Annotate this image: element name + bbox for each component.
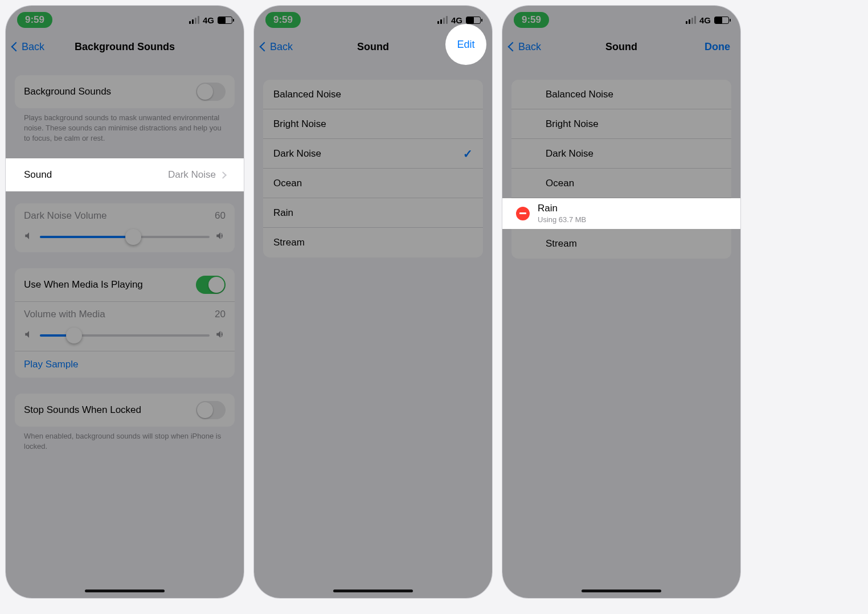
bg-toggle-description: Plays background sounds to mask unwanted… — [15, 108, 235, 144]
sound-option-edit[interactable]: Dark Noise — [511, 139, 731, 169]
media-vol-label: Volume with Media — [24, 309, 105, 320]
media-toggle-label: Use When Media Is Playing — [24, 279, 143, 290]
chevron-left-icon — [260, 42, 269, 52]
use-when-media-row[interactable]: Use When Media Is Playing — [15, 268, 235, 301]
status-time-pill: 9:59 — [514, 12, 549, 28]
back-label: Back — [270, 41, 293, 53]
rain-label: Rain — [538, 203, 586, 214]
screen-sound-list: 9:59 4G Back Sound Edit Balanced NoiseBr… — [254, 6, 492, 598]
page-title: Background Sounds — [75, 41, 175, 53]
sound-option-edit[interactable]: Stream — [511, 229, 731, 259]
sound-option-edit[interactable]: Bright Noise — [511, 109, 731, 139]
back-button[interactable]: Back — [509, 41, 541, 53]
home-indicator[interactable] — [333, 590, 413, 592]
done-button[interactable]: Done — [705, 41, 730, 53]
signal-icon — [189, 16, 199, 24]
nav-bar: Back Background Sounds — [6, 34, 244, 59]
speaker-high-icon — [215, 329, 226, 342]
sound-option-edit[interactable]: Balanced Noise — [511, 80, 731, 109]
carrier-label: 4G — [451, 15, 462, 25]
toggle-switch[interactable] — [196, 83, 226, 101]
home-indicator[interactable] — [85, 590, 165, 592]
carrier-label: 4G — [203, 15, 214, 25]
sound-option[interactable]: Dark Noise✓ — [263, 139, 483, 169]
sound-option[interactable]: Rain — [263, 198, 483, 228]
rain-storage: Using 63.7 MB — [538, 215, 586, 224]
sound-option-edit[interactable]: Ocean — [511, 169, 731, 198]
status-time-pill: 9:59 — [265, 12, 301, 28]
volume-slider[interactable] — [24, 231, 226, 243]
back-button[interactable]: Back — [13, 41, 44, 53]
delete-minus-icon[interactable] — [516, 207, 530, 220]
background-sounds-toggle-row[interactable]: Background Sounds — [15, 75, 235, 108]
media-vol-value: 20 — [215, 309, 226, 320]
toggle-switch[interactable] — [196, 401, 226, 419]
signal-icon — [437, 16, 448, 24]
battery-icon — [714, 17, 729, 24]
play-sample-button[interactable]: Play Sample — [15, 351, 235, 378]
highlight-rain-row[interactable]: Rain Using 63.7 MB — [502, 198, 740, 229]
bg-toggle-label: Background Sounds — [24, 86, 111, 97]
status-bar: 9:59 4G — [502, 6, 740, 34]
screen-background-sounds: 9:59 4G Back Background Sounds Backgroun… — [6, 6, 244, 598]
speaker-low-icon — [24, 329, 34, 342]
sound-value: Dark Noise — [168, 169, 216, 181]
status-bar: 9:59 4G — [6, 6, 244, 34]
nav-bar: Back Sound Done — [502, 34, 740, 59]
back-button[interactable]: Back — [261, 41, 293, 53]
edit-label: Edit — [457, 39, 474, 51]
volume-value: 60 — [215, 210, 226, 222]
back-label: Back — [518, 41, 541, 53]
carrier-label: 4G — [699, 15, 711, 25]
stop-label: Stop Sounds When Locked — [24, 404, 141, 416]
highlight-sound-row[interactable]: Sound Dark Noise — [6, 158, 244, 191]
sound-option[interactable]: Balanced Noise — [263, 80, 483, 109]
page-title: Sound — [357, 41, 389, 53]
sound-label: Sound — [24, 169, 52, 181]
highlight-edit-button[interactable]: Edit — [445, 24, 486, 65]
sound-option[interactable]: Stream — [263, 228, 483, 257]
stop-description: When enabled, background sounds will sto… — [15, 427, 235, 452]
sound-option[interactable]: Ocean — [263, 169, 483, 198]
toggle-switch[interactable] — [196, 276, 226, 294]
speaker-high-icon — [215, 231, 226, 243]
home-indicator[interactable] — [582, 590, 661, 592]
chevron-left-icon — [508, 42, 518, 52]
page-title: Sound — [605, 41, 637, 53]
sound-list-edit: Balanced NoiseBright NoiseDark NoiseOcea… — [511, 80, 731, 259]
checkmark-icon: ✓ — [463, 147, 473, 161]
volume-label: Dark Noise Volume — [24, 210, 107, 222]
stop-when-locked-row[interactable]: Stop Sounds When Locked — [15, 394, 235, 427]
speaker-low-icon — [24, 231, 34, 243]
chevron-right-icon — [219, 171, 227, 179]
battery-icon — [218, 17, 232, 24]
status-time-pill: 9:59 — [17, 12, 52, 28]
battery-icon — [466, 17, 481, 24]
back-label: Back — [22, 41, 44, 53]
sound-option[interactable]: Bright Noise — [263, 109, 483, 139]
signal-icon — [686, 16, 696, 24]
media-volume-slider[interactable] — [24, 329, 226, 342]
sound-list: Balanced NoiseBright NoiseDark Noise✓Oce… — [263, 80, 483, 257]
screen-sound-edit: 9:59 4G Back Sound Done Balanced NoiseBr… — [502, 6, 740, 598]
chevron-left-icon — [11, 42, 21, 52]
